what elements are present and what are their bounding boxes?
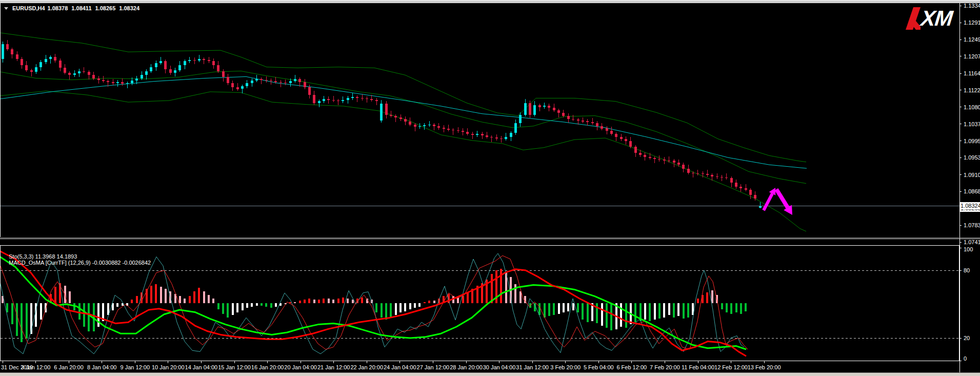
time-tick-label: 20 Jan 04:00	[284, 364, 317, 370]
candle-body	[548, 106, 550, 108]
candle-body	[625, 139, 627, 141]
osma-bar	[203, 291, 205, 303]
candle-body	[21, 59, 23, 65]
osma-bar	[395, 303, 397, 315]
time-tick-label: 3 Feb 20:00	[550, 364, 581, 370]
osma-bar	[553, 303, 555, 315]
candle-body	[452, 130, 454, 131]
candle-body	[687, 169, 690, 173]
osma-bar	[625, 303, 627, 328]
candle-body	[380, 104, 383, 121]
osma-bar	[83, 303, 85, 327]
osma-bar	[16, 303, 18, 336]
xm-logo-mark-icon	[904, 6, 921, 31]
candle-body	[586, 121, 589, 122]
candle-body	[519, 115, 522, 123]
candle-body	[606, 128, 608, 131]
indicator-tick-label: 100	[964, 246, 973, 252]
candle-body	[11, 49, 13, 54]
price-tick-label: 1.09530	[964, 154, 980, 161]
chart-canvas[interactable]: 1.133401.129101.124901.120701.116401.112…	[0, 0, 980, 376]
symbol-period-label: EURUSD,H4	[12, 5, 45, 11]
candle-body	[332, 100, 335, 101]
candle-body	[567, 116, 570, 119]
candle-body	[510, 133, 512, 137]
osma-bar	[740, 303, 742, 314]
candle-body	[366, 98, 368, 99]
candle-body	[169, 69, 172, 73]
osma-bar	[131, 300, 133, 303]
candle-body	[481, 134, 484, 135]
candle-body	[739, 187, 742, 188]
osma-bar	[165, 289, 167, 303]
osma-bar	[337, 299, 339, 303]
candle-body	[696, 173, 699, 174]
candle-body	[418, 126, 421, 127]
candle-body	[16, 54, 18, 59]
candle-body	[447, 129, 450, 130]
symbol-dropdown-icon[interactable]	[4, 7, 8, 10]
osma-bar	[706, 292, 708, 303]
osma-bar	[620, 303, 622, 327]
main-chart-area[interactable]	[0, 33, 959, 231]
osma-bar	[654, 303, 656, 320]
candle-body	[83, 71, 85, 72]
candle-body	[212, 61, 215, 65]
time-axis[interactable]: 31 Dec 20193 Jan 12:006 Jan 20:008 Jan 0…	[1, 361, 781, 370]
candle-body	[141, 75, 143, 78]
candle-body	[294, 79, 296, 81]
osma-bar	[577, 303, 579, 312]
osma-bar	[313, 300, 315, 303]
candle-body	[164, 61, 167, 69]
osma-bar	[610, 303, 612, 330]
bollinger-lower-line	[0, 91, 806, 231]
candle-body	[323, 99, 325, 101]
quote-open: 1.08378	[48, 5, 68, 11]
osma-bar	[179, 296, 181, 303]
candle-body	[174, 70, 176, 73]
candle-body	[437, 126, 440, 128]
candle-body	[30, 70, 33, 72]
osma-bar	[644, 303, 646, 320]
osma-bar	[658, 303, 661, 319]
candle-body	[620, 137, 623, 139]
osma-bar	[265, 303, 267, 307]
candle-body	[97, 78, 100, 80]
osma-bar	[548, 303, 550, 316]
candle-body	[557, 110, 560, 113]
time-tick-label: 27 Jan 12:00	[417, 364, 450, 370]
indicator-axis[interactable]: 10080200	[959, 246, 973, 362]
osma-bar	[270, 303, 272, 308]
osma-bar	[323, 299, 325, 303]
osma-bar	[198, 288, 200, 303]
osma-bar	[596, 303, 598, 323]
price-tick-label: 1.12910	[964, 19, 980, 26]
time-tick-label: 16 Jan 20:00	[251, 364, 284, 370]
osma-bar	[189, 296, 191, 303]
candle-body	[35, 67, 37, 72]
osma-bar	[361, 298, 363, 304]
candle-body	[596, 123, 598, 126]
candle-body	[155, 63, 157, 67]
candle-body	[73, 73, 76, 75]
time-tick-label: 30 Jan 04:00	[483, 364, 516, 370]
price-tick-label: 1.08680	[964, 188, 980, 194]
candle-body	[390, 115, 392, 116]
candle-body	[749, 190, 752, 194]
osma-bar	[184, 299, 186, 303]
candle-body	[203, 59, 205, 60]
candle-body	[193, 60, 196, 61]
quote-high: 1.08411	[71, 5, 91, 11]
osma-bar	[246, 303, 248, 308]
osma-bar	[404, 303, 406, 311]
osma-bar	[409, 303, 411, 309]
osma-bar	[299, 301, 301, 303]
osma-bar	[467, 292, 469, 303]
price-tick-label: 1.09950	[964, 138, 980, 144]
candle-body	[255, 79, 258, 81]
osma-bar	[381, 303, 383, 318]
osma-bar	[155, 284, 157, 303]
candle-body	[524, 103, 527, 115]
candle-body	[356, 97, 358, 98]
candle-body	[279, 82, 282, 83]
